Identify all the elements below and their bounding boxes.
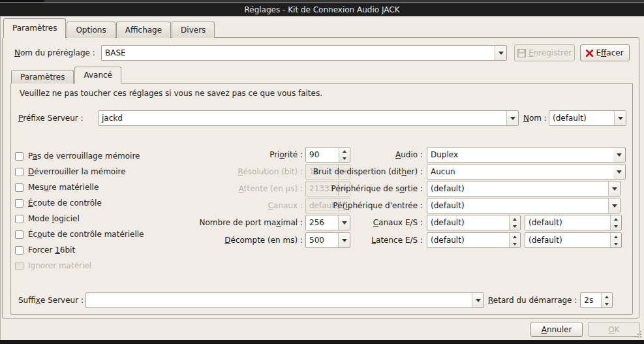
server-suffix-combo[interactable] [85, 292, 484, 308]
settings-tabbar: Paramètres Avancé [11, 67, 122, 84]
spin-down-icon[interactable] [611, 240, 621, 247]
spin-buttons[interactable] [509, 215, 520, 230]
dropdown-arrow-icon[interactable] [614, 111, 626, 125]
server-name-value[interactable]: (default) [549, 111, 614, 125]
checkbox-row-unlock-memory[interactable]: Déverrouiller la mémoire [15, 165, 126, 178]
in-channels-value[interactable]: (default) [427, 215, 509, 230]
io-channels-row: Canaux E/S : (default) (default) [274, 215, 622, 230]
tab-affichage[interactable]: Affichage [116, 22, 171, 38]
spin-up-icon[interactable] [510, 233, 520, 240]
titlebar: Réglages - Kit de Connexion Audio JACK [0, 2, 644, 16]
dropdown-arrow-icon[interactable] [506, 111, 518, 125]
checkbox-row-hw-meter[interactable]: Mesure matérielle [15, 181, 99, 194]
audio-label: Audio : [274, 150, 423, 159]
checkbox-row-monitor[interactable]: Écoute de contrôle [15, 196, 102, 210]
checkbox-label: Mode logiciel [28, 214, 80, 223]
input-device-combo[interactable]: (default) [427, 198, 621, 213]
checkbox-box[interactable] [15, 230, 23, 239]
checkbox-box[interactable] [15, 199, 23, 208]
server-name-combo[interactable]: (default) [549, 110, 626, 126]
checkbox-row-ignore-hw[interactable]: Ignorer matériel [15, 259, 91, 272]
tab-options[interactable]: Options [67, 22, 115, 38]
out-channels-value[interactable]: (default) [525, 215, 610, 230]
ok-button-label: OK [608, 325, 619, 334]
start-delay-spinbox[interactable]: 2s [580, 292, 613, 308]
checkbox-label: Déverrouiller la mémoire [28, 167, 126, 176]
preset-name-value[interactable]: BASE [102, 46, 495, 60]
tab-inner-parametres[interactable]: Paramètres [11, 70, 74, 84]
checkbox-label: Écoute de contrôle [28, 198, 102, 208]
checkbox-box[interactable] [15, 215, 23, 223]
spin-buttons[interactable] [509, 233, 520, 247]
save-preset-button[interactable]: Enregistrer [514, 44, 575, 61]
spin-up-icon[interactable] [611, 215, 621, 223]
tab-inner-avance[interactable]: Avancé [74, 67, 121, 84]
dropdown-arrow-icon[interactable] [613, 148, 625, 162]
checkbox-box[interactable] [15, 152, 23, 161]
dropdown-arrow-icon[interactable] [472, 293, 483, 307]
in-channels-spinbox[interactable]: (default) [427, 215, 521, 230]
spin-buttons[interactable] [610, 233, 621, 247]
delete-button-label: Effacer [596, 48, 623, 57]
dither-label: Bruit de dispertion (dither) : [274, 167, 423, 176]
spin-buttons[interactable] [601, 293, 612, 307]
window-title: Réglages - Kit de Connexion Audio JACK [244, 5, 399, 14]
output-device-label: Périphérique de sortie : [274, 184, 423, 193]
spin-down-icon[interactable] [510, 240, 520, 247]
checkbox-row-force-16bit[interactable]: Forcer 16bit [15, 243, 75, 257]
checkbox-box[interactable] [15, 168, 23, 176]
output-device-row: Périphérique de sortie : (default) [274, 181, 621, 196]
dither-value[interactable]: Aucun [427, 164, 613, 179]
preset-name-combo[interactable]: BASE [101, 45, 507, 61]
in-latency-value[interactable]: (default) [427, 233, 509, 247]
main-tabbar: Paramètres Options Affichage Divers [3, 18, 215, 38]
output-device-value[interactable]: (default) [427, 181, 608, 196]
checkbox-box[interactable] [15, 262, 23, 270]
checkbox-box[interactable] [15, 183, 23, 192]
in-latency-spinbox[interactable]: (default) [427, 232, 521, 248]
spin-down-icon[interactable] [602, 300, 612, 307]
spin-up-icon[interactable] [510, 215, 520, 223]
spin-down-icon[interactable] [510, 223, 520, 230]
delete-preset-button[interactable]: Effacer [580, 44, 630, 61]
out-latency-value[interactable]: (default) [525, 233, 610, 247]
input-device-row: Périphérique d'entrée : (default) [274, 198, 621, 213]
server-prefix-value[interactable]: jackd [99, 111, 506, 125]
cancel-button-label: Annuler [542, 325, 572, 334]
server-suffix-label: Suffixe Serveur : [18, 292, 84, 308]
audio-combo[interactable]: Duplex [427, 147, 626, 163]
spin-up-icon[interactable] [611, 233, 621, 240]
dropdown-arrow-icon[interactable] [613, 164, 625, 179]
dropdown-arrow-icon[interactable] [608, 181, 620, 196]
io-channels-label: Canaux E/S : [274, 218, 423, 227]
out-channels-spinbox[interactable]: (default) [525, 215, 622, 230]
dropdown-arrow-icon[interactable] [495, 46, 506, 60]
tab-divers[interactable]: Divers [172, 22, 215, 38]
out-latency-spinbox[interactable]: (default) [525, 232, 622, 248]
spin-buttons[interactable] [610, 215, 621, 230]
checkbox-row-hw-monitor[interactable]: Écoute de contrôle matérielle [15, 228, 144, 241]
window-left-border [0, 16, 1, 340]
checkbox-label: Pas de verrouillage mémoire [28, 151, 140, 161]
output-device-combo[interactable]: (default) [427, 181, 621, 196]
cancel-button[interactable]: Annuler [530, 322, 583, 337]
ok-button[interactable]: OK [588, 322, 640, 337]
background-taskbar-strip [0, 340, 644, 344]
checkbox-row-no-memory-lock[interactable]: Pas de verrouillage mémoire [15, 149, 140, 163]
checkbox-label: Mesure matérielle [28, 183, 99, 192]
checkbox-box[interactable] [15, 246, 23, 255]
audio-value[interactable]: Duplex [427, 148, 613, 162]
server-prefix-label: Préfixe Serveur : [18, 110, 84, 126]
server-prefix-combo[interactable]: jackd [98, 110, 519, 126]
spin-down-icon[interactable] [611, 223, 621, 230]
floppy-save-icon [517, 49, 526, 57]
dither-combo[interactable]: Aucun [427, 164, 626, 180]
spin-up-icon[interactable] [602, 293, 612, 300]
checkbox-row-softmode[interactable]: Mode logiciel [15, 212, 80, 225]
dropdown-arrow-icon[interactable] [608, 198, 620, 213]
resize-grip[interactable] [634, 330, 643, 339]
server-suffix-value[interactable] [86, 293, 472, 307]
tab-parametres[interactable]: Paramètres [3, 18, 66, 38]
input-device-value[interactable]: (default) [427, 198, 608, 213]
start-delay-value[interactable]: 2s [581, 293, 601, 307]
